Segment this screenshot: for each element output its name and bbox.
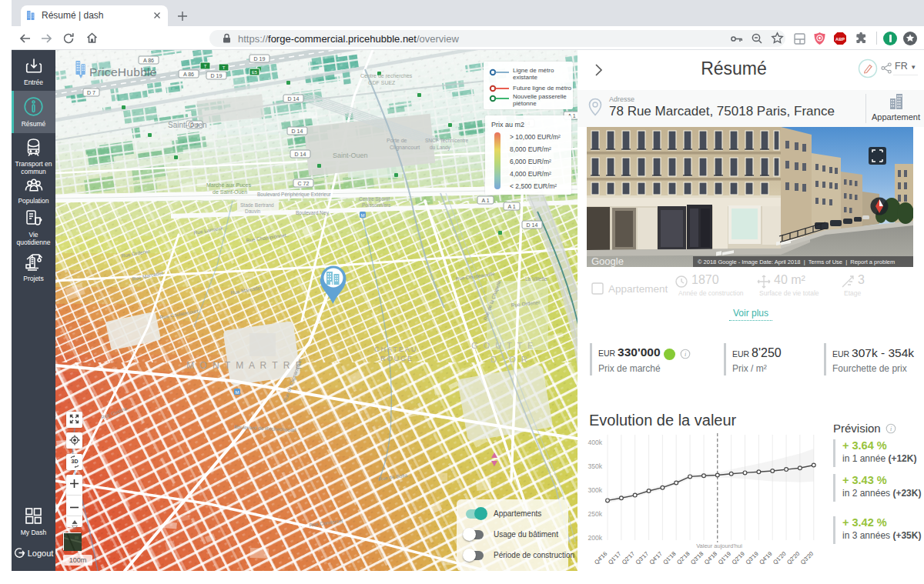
svg-text:M: M — [236, 390, 239, 395]
svg-text:Dauvin: Dauvin — [245, 209, 261, 214]
svg-text:Q2'18: Q2'18 — [675, 550, 691, 566]
svg-text:3D: 3D — [71, 459, 78, 464]
svg-text:350k: 350k — [588, 462, 603, 470]
svg-text:Valeur aujourd'hui: Valeur aujourd'hui — [696, 542, 742, 549]
svg-text:T: T — [204, 64, 207, 68]
svg-text:A 86: A 86 — [183, 72, 194, 77]
svg-text:D 14: D 14 — [527, 222, 538, 228]
svg-text:Q1'18: Q1'18 — [661, 550, 677, 566]
svg-text:Poissonniers: Poissonniers — [362, 202, 391, 208]
svg-text:Centre de recherches: Centre de recherches — [360, 73, 413, 78]
svg-text:© 2018 Google - Image Date: Ap: © 2018 Google - Image Date: April 2018 |… — [698, 259, 895, 265]
svg-text:Q1'19: Q1'19 — [717, 550, 732, 566]
svg-text:E5: E5 — [252, 70, 258, 75]
svg-text:Porte de: Porte de — [387, 138, 407, 143]
svg-text:M O N T M A R T R E: M O N T M A R T R E — [186, 360, 303, 371]
svg-text:T: T — [223, 65, 226, 70]
svg-text:Marché aux Puces: Marché aux Puces — [206, 182, 251, 188]
svg-text:Google: Google — [591, 255, 624, 267]
svg-text:Clignancourt: Clignancourt — [390, 145, 420, 151]
svg-text:200k: 200k — [588, 534, 603, 542]
svg-text:D 19: D 19 — [254, 56, 266, 62]
svg-text:CHATEAU: CHATEAU — [374, 345, 417, 353]
svg-text:Q1'17: Q1'17 — [607, 550, 622, 566]
svg-text:SNCF Technicentre: SNCF Technicentre — [425, 138, 469, 143]
svg-text:Q3'19: Q3'19 — [744, 550, 759, 566]
svg-text:D 19: D 19 — [211, 73, 223, 78]
svg-text:La Villette: La Villette — [525, 276, 547, 282]
svg-text:Q4'17: Q4'17 — [648, 550, 663, 566]
svg-text:Centre Sportif: Centre Sportif — [359, 196, 390, 202]
svg-text:D 14: D 14 — [292, 128, 303, 134]
svg-text:i: i — [890, 425, 892, 432]
svg-text:Q4'19: Q4'19 — [758, 550, 773, 566]
svg-text:400k: 400k — [588, 439, 603, 446]
svg-text:Q3'18: Q3'18 — [689, 550, 705, 566]
svg-text:Q3'20: Q3'20 — [799, 550, 815, 566]
svg-text:de Saint-Ouen: de Saint-Ouen — [213, 189, 247, 195]
svg-text:ROUGE: ROUGE — [380, 355, 413, 362]
svg-text:Q2'20: Q2'20 — [785, 550, 801, 566]
svg-text:Q3'17: Q3'17 — [634, 550, 650, 566]
svg-text:du Landy: du Landy — [430, 145, 450, 151]
svg-text:i: i — [685, 351, 686, 358]
svg-text:D 14: D 14 — [295, 152, 306, 157]
svg-text:Q1'20: Q1'20 — [772, 550, 787, 566]
svg-text:Saint-Ouen: Saint-Ouen — [168, 121, 207, 129]
svg-text:C 72: C 72 — [298, 181, 310, 186]
svg-text:Q4'16: Q4'16 — [593, 550, 608, 566]
svg-text:300k: 300k — [588, 486, 603, 494]
svg-text:G O U T T E: G O U T T E — [471, 341, 534, 350]
svg-text:D 7: D 7 — [87, 90, 95, 95]
svg-text:250k: 250k — [588, 510, 603, 518]
svg-text:D ' O R: D ' O R — [490, 355, 529, 364]
svg-text:A 86: A 86 — [143, 58, 154, 63]
svg-text:GDF SUEZ: GDF SUEZ — [368, 80, 396, 85]
svg-text:D 14: D 14 — [288, 96, 300, 102]
svg-text:A 1: A 1 — [507, 204, 515, 209]
svg-text:ABP: ABP — [835, 37, 845, 42]
svg-text:Boulevard Périphérique Extérie: Boulevard Périphérique Extérieur — [257, 192, 332, 198]
svg-text:A 1: A 1 — [481, 198, 489, 203]
svg-text:Q2'19: Q2'19 — [731, 550, 746, 566]
svg-text:Q2'17: Q2'17 — [621, 550, 636, 566]
svg-text:Q4'18: Q4'18 — [703, 550, 718, 566]
svg-text:Stade Bertrand: Stade Bertrand — [240, 202, 274, 208]
svg-text:M: M — [361, 213, 365, 218]
svg-text:Saint-Ouen: Saint-Ouen — [333, 152, 368, 159]
svg-text:Boulevard Ney: Boulevard Ney — [296, 210, 329, 216]
